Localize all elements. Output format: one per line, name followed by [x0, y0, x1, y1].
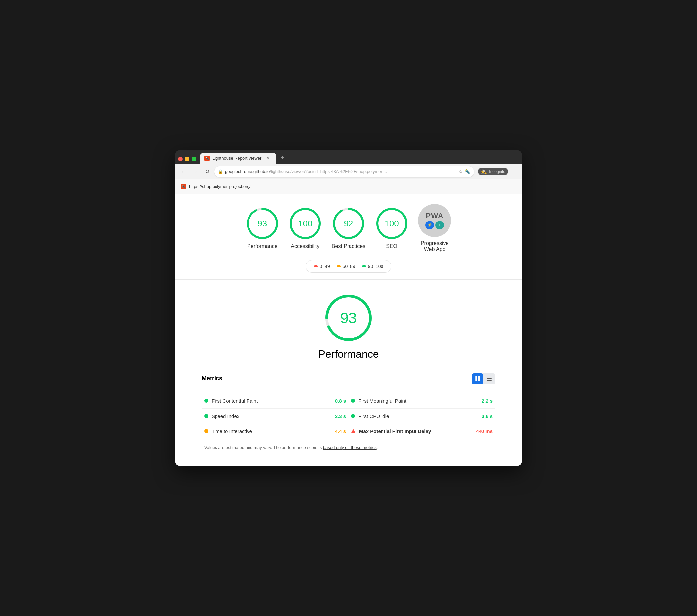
legend-average-range: 50–89	[343, 264, 355, 269]
accessibility-label: Accessibility	[291, 243, 320, 249]
lighthouse-icon: 🔦	[465, 169, 470, 174]
metrics-note-suffix: .	[376, 445, 378, 450]
legend-pass: 90–100	[362, 264, 384, 269]
list-view-button[interactable]	[484, 373, 495, 384]
grid-view-button[interactable]	[472, 373, 484, 384]
svg-rect-16	[487, 377, 492, 377]
performance-section: 93 Performance Metrics	[175, 280, 522, 466]
seo-score: 100	[384, 218, 399, 229]
seo-label: SEO	[386, 243, 397, 249]
legend-average: 50–89	[337, 264, 355, 269]
metric-row-mpfid[interactable]: Max Potential First Input Delay 440 ms	[348, 424, 495, 439]
tab-favicon: 🔦	[204, 156, 210, 161]
accessibility-circle[interactable]: 100	[289, 207, 322, 240]
tti-name: Time to Interactive	[211, 428, 332, 434]
fmp-name: First Meaningful Paint	[358, 398, 478, 404]
fcp-name: First Contentful Paint	[211, 398, 332, 404]
metrics-left-column: First Contentful Paint 0.8 s Speed Index…	[202, 394, 348, 439]
si-dot	[204, 414, 208, 418]
close-button[interactable]	[178, 157, 182, 161]
tab-bar: 🔦 Lighthouse Report Viewer × +	[175, 150, 522, 164]
view-toggle	[472, 373, 495, 384]
metrics-note: Values are estimated and may vary. The p…	[202, 439, 495, 456]
incognito-icon: 🕵	[480, 168, 487, 175]
performance-big-score: 93	[340, 309, 357, 327]
lighthouse-banner: 🔦 https://shop.polymer-project.org/ ⋮	[175, 179, 522, 194]
performance-title: Performance	[318, 348, 379, 360]
address-base: googlechrome.github.io	[225, 169, 270, 174]
window-controls	[178, 157, 196, 164]
minimize-button[interactable]	[185, 157, 190, 161]
metrics-title: Metrics	[202, 375, 222, 382]
score-item-pwa: PWA ⚡ + ProgressiveWeb App	[418, 204, 451, 252]
browser-chrome: 🔦 Lighthouse Report Viewer × + ← → ↻ 🔒 g…	[175, 150, 522, 179]
tti-value: 4.4 s	[335, 428, 346, 434]
best-practices-circle[interactable]: 92	[332, 207, 365, 240]
pwa-icons-row: ⚡ +	[425, 221, 444, 230]
metric-row-fcp[interactable]: First Contentful Paint 0.8 s	[202, 394, 348, 409]
reload-button[interactable]: ↻	[202, 167, 211, 176]
svg-rect-11	[478, 376, 480, 378]
address-bar[interactable]: 🔒 googlechrome.github.io/lighthouse/view…	[214, 166, 474, 177]
incognito-badge: 🕵 Incognito	[478, 168, 508, 175]
tab-title: Lighthouse Report Viewer	[212, 156, 261, 161]
tti-dot	[204, 429, 208, 433]
fcp-value: 0.8 s	[335, 398, 346, 404]
fci-name: First CPU Idle	[358, 413, 478, 419]
banner-lighthouse-icon: 🔦	[180, 184, 187, 190]
svg-rect-17	[487, 378, 492, 379]
fmp-dot	[351, 399, 355, 403]
score-item-accessibility: 100 Accessibility	[289, 207, 322, 249]
mpfid-dot	[351, 429, 356, 434]
forward-button[interactable]: →	[190, 167, 200, 176]
browser-tab[interactable]: 🔦 Lighthouse Report Viewer ×	[200, 153, 276, 164]
banner-menu-button[interactable]: ⋮	[507, 182, 517, 191]
address-bar-row: ← → ↻ 🔒 googlechrome.github.io/lighthous…	[175, 164, 522, 179]
banner-url: https://shop.polymer-project.org/	[189, 184, 251, 189]
browser-actions: 🕵 Incognito ⋮	[478, 167, 518, 176]
metrics-note-link[interactable]: based only on these metrics	[323, 445, 376, 450]
mpfid-value: 440 ms	[476, 428, 493, 434]
tab-close-button[interactable]: ×	[265, 156, 271, 161]
back-button[interactable]: ←	[179, 167, 188, 176]
svg-rect-13	[478, 378, 480, 380]
legend-fail: 0–49	[314, 264, 330, 269]
legend-pill: 0–49 50–89 90–100	[306, 260, 392, 273]
metrics-grid: First Contentful Paint 0.8 s Speed Index…	[202, 394, 495, 439]
metrics-header: Metrics	[202, 373, 495, 388]
fmp-value: 2.2 s	[482, 398, 493, 404]
metric-row-fci[interactable]: First CPU Idle 3.6 s	[348, 409, 495, 424]
seo-circle[interactable]: 100	[375, 207, 408, 240]
score-item-seo: 100 SEO	[375, 207, 408, 249]
si-value: 2.3 s	[335, 413, 346, 419]
lock-icon: 🔒	[218, 170, 223, 174]
legend-orange-dot	[337, 265, 341, 267]
metrics-note-prefix: Values are estimated and may vary. The p…	[204, 445, 323, 450]
metric-row-tti[interactable]: Time to Interactive 4.4 s	[202, 424, 348, 439]
new-tab-button[interactable]: +	[278, 155, 287, 164]
menu-button[interactable]: ⋮	[509, 167, 518, 176]
metrics-right-column: First Meaningful Paint 2.2 s First CPU I…	[348, 394, 495, 439]
scores-section: 93 Performance 100 Accessibility	[175, 194, 522, 280]
svg-rect-14	[475, 380, 477, 381]
incognito-label: Incognito	[489, 170, 505, 174]
si-name: Speed Index	[211, 413, 332, 419]
page-content: 93 Performance 100 Accessibility	[175, 194, 522, 466]
performance-header: 93 Performance	[195, 293, 502, 360]
best-practices-score: 92	[344, 218, 354, 229]
address-text: googlechrome.github.io/lighthouse/viewer…	[225, 169, 456, 174]
performance-circle[interactable]: 93	[246, 207, 279, 240]
pwa-circle[interactable]: PWA ⚡ +	[418, 204, 451, 237]
legend-red-dot	[314, 265, 318, 267]
score-item-performance: 93 Performance	[246, 207, 279, 249]
fci-value: 3.6 s	[482, 413, 493, 419]
legend-green-dot	[362, 265, 366, 267]
metrics-section: Metrics	[195, 373, 502, 456]
performance-score: 93	[257, 218, 267, 229]
score-item-best-practices: 92 Best Practices	[332, 207, 365, 249]
metric-row-fmp[interactable]: First Meaningful Paint 2.2 s	[348, 394, 495, 409]
svg-rect-12	[475, 378, 477, 380]
metric-row-si[interactable]: Speed Index 2.3 s	[202, 409, 348, 424]
svg-rect-18	[487, 380, 492, 381]
maximize-button[interactable]	[192, 157, 196, 161]
